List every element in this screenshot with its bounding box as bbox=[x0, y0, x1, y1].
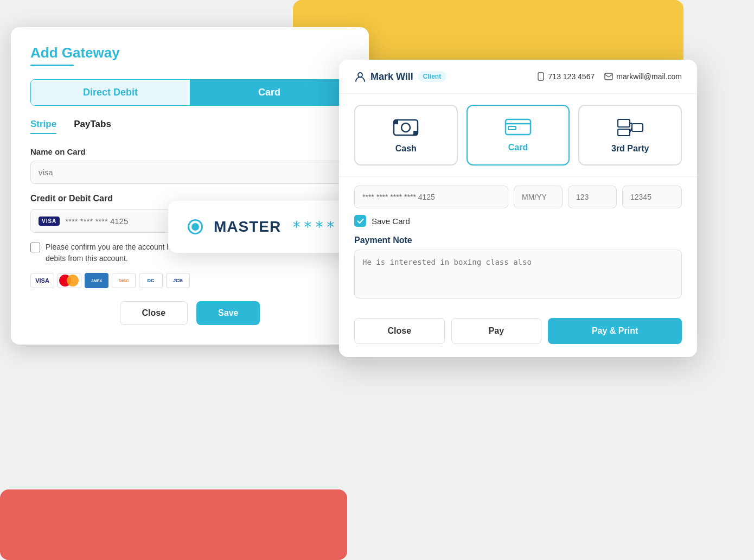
payment-note-label: Payment Note bbox=[354, 236, 682, 245]
payment-header: Mark Will Client 713 123 4567 markwill@m… bbox=[339, 60, 697, 94]
cvv-input[interactable] bbox=[568, 186, 617, 208]
svg-rect-5 bbox=[605, 73, 612, 80]
cash-label: Cash bbox=[395, 144, 417, 154]
tab-direct-debit[interactable]: Direct Debit bbox=[31, 80, 190, 105]
save-card-checkbox[interactable] bbox=[354, 215, 366, 227]
payment-note-input[interactable] bbox=[354, 250, 682, 298]
pay-button[interactable]: Pay bbox=[451, 318, 542, 344]
radio-inner bbox=[191, 223, 199, 231]
sub-tab-stripe[interactable]: Stripe bbox=[30, 119, 56, 134]
svg-rect-15 bbox=[632, 124, 643, 131]
visa-badge: VISA bbox=[39, 217, 60, 226]
modal-title-underline bbox=[30, 65, 74, 66]
email-info: markwill@mail.com bbox=[604, 72, 682, 81]
client-badge: Client bbox=[418, 71, 446, 82]
phone-icon bbox=[536, 72, 545, 81]
pay-and-print-button[interactable]: Pay & Print bbox=[548, 318, 682, 344]
user-icon bbox=[354, 71, 366, 82]
user-info: Mark Will Client bbox=[354, 71, 446, 82]
name-on-card-input[interactable] bbox=[30, 161, 349, 184]
svg-point-4 bbox=[540, 79, 541, 80]
card-form-row-1 bbox=[354, 186, 682, 208]
svg-rect-8 bbox=[394, 120, 398, 124]
payment-modal: Mark Will Client 713 123 4567 markwill@m… bbox=[339, 60, 697, 357]
svg-point-2 bbox=[358, 73, 362, 77]
email-icon bbox=[604, 73, 613, 80]
save-button[interactable]: Save bbox=[196, 301, 260, 325]
logo-amex: AMEX bbox=[85, 273, 108, 288]
account-holder-checkbox[interactable] bbox=[30, 243, 40, 252]
red-bg-card bbox=[0, 489, 347, 560]
cash-icon bbox=[392, 117, 420, 138]
payment-close-button[interactable]: Close bbox=[354, 318, 445, 344]
card-form: Save Card Payment Note bbox=[339, 177, 697, 318]
logo-diners: DC bbox=[139, 273, 163, 288]
phone-number: 713 123 4567 bbox=[548, 72, 595, 81]
add-gateway-modal: Add Gateway Direct Debit Card Stripe Pay… bbox=[11, 27, 369, 345]
user-name: Mark Will bbox=[370, 71, 413, 82]
payment-method-third-party[interactable]: 3rd Party bbox=[578, 105, 682, 166]
svg-point-7 bbox=[401, 123, 410, 132]
card-brand: MASTER bbox=[214, 218, 281, 236]
sub-tab-row: Stripe PayTabs bbox=[30, 119, 349, 134]
third-party-label: 3rd Party bbox=[611, 144, 649, 154]
logo-visa: VISA bbox=[30, 273, 54, 288]
third-party-icon bbox=[616, 117, 644, 138]
card-logos-row: VISA AMEX DISC DC JCB bbox=[30, 273, 349, 288]
payment-methods: Cash Card 3rd Party bbox=[339, 94, 697, 177]
modal-title: Add Gateway bbox=[30, 44, 349, 61]
card-number-input[interactable] bbox=[354, 186, 508, 208]
logo-discover: DISC bbox=[112, 273, 136, 288]
checkmark-icon bbox=[357, 218, 364, 224]
email-address: markwill@mail.com bbox=[616, 72, 682, 81]
close-button[interactable]: Close bbox=[120, 301, 188, 325]
name-on-card-label: Name on Card bbox=[30, 147, 349, 156]
logo-jcb: JCB bbox=[166, 273, 190, 288]
svg-rect-9 bbox=[413, 131, 418, 135]
tab-card[interactable]: Card bbox=[190, 80, 349, 105]
svg-rect-12 bbox=[508, 126, 516, 130]
zip-input[interactable] bbox=[622, 186, 682, 208]
payment-actions: Close Pay Pay & Print bbox=[339, 318, 697, 357]
sub-tab-paytabs[interactable]: PayTabs bbox=[74, 119, 111, 134]
payment-method-cash[interactable]: Cash bbox=[354, 105, 458, 166]
card-payment-icon bbox=[504, 117, 532, 137]
logo-mastercard bbox=[57, 273, 81, 288]
svg-rect-14 bbox=[618, 129, 630, 136]
save-card-label: Save Card bbox=[372, 217, 410, 226]
card-label: Card bbox=[508, 143, 528, 152]
gateway-tab-row: Direct Debit Card bbox=[30, 79, 349, 106]
expiry-input[interactable] bbox=[514, 186, 563, 208]
payment-method-card[interactable]: Card bbox=[467, 105, 570, 166]
save-card-row: Save Card bbox=[354, 215, 682, 227]
phone-info: 713 123 4567 bbox=[536, 72, 595, 81]
modal-actions: Close Save bbox=[30, 301, 349, 325]
card-radio-button[interactable] bbox=[188, 219, 203, 234]
svg-rect-13 bbox=[618, 119, 630, 127]
contact-info: 713 123 4567 markwill@mail.com bbox=[536, 72, 682, 81]
